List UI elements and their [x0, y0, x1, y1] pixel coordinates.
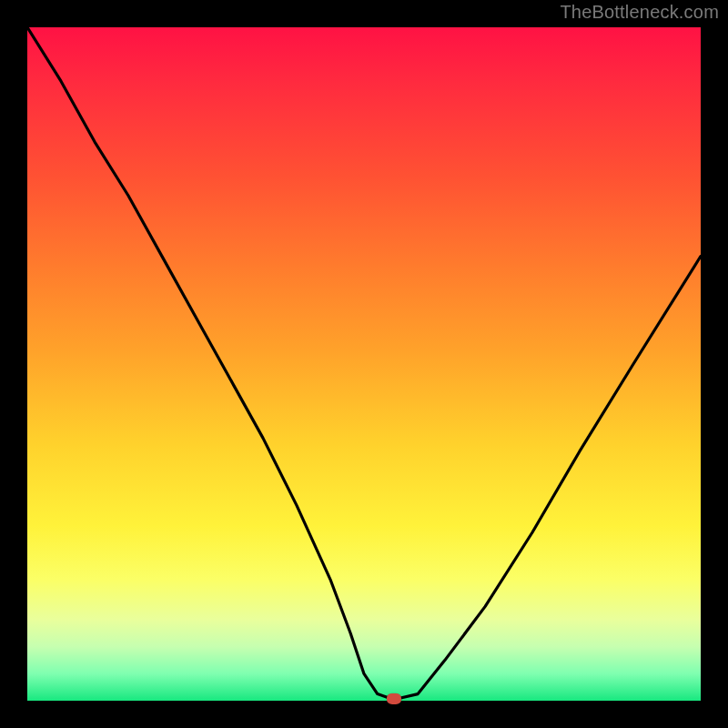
- curve-svg: [27, 27, 701, 701]
- optimum-marker: [387, 693, 401, 704]
- chart-frame: TheBottleneck.com: [0, 0, 728, 728]
- plot-area: [27, 27, 701, 701]
- bottleneck-curve-path: [27, 27, 701, 699]
- watermark-text: TheBottleneck.com: [560, 2, 719, 23]
